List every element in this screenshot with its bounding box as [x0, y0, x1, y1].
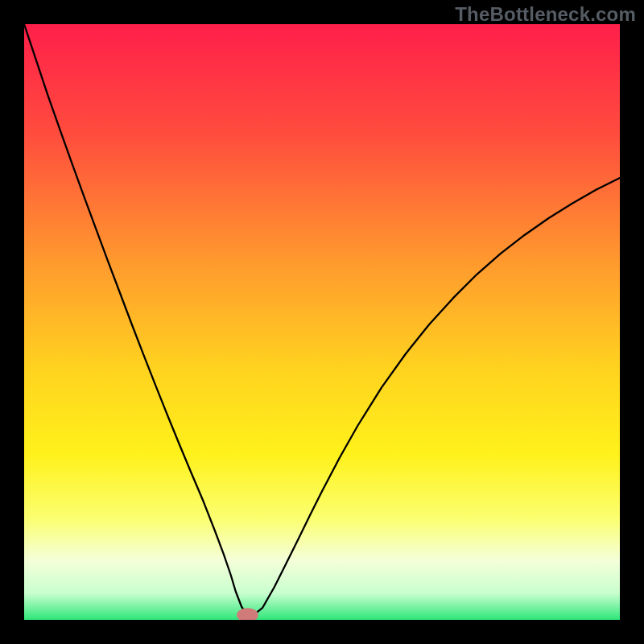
chart-svg — [24, 24, 620, 620]
gradient-background — [24, 24, 620, 620]
plot-area — [24, 24, 620, 620]
watermark-text: TheBottleneck.com — [455, 3, 636, 26]
chart-frame: TheBottleneck.com — [0, 0, 644, 644]
